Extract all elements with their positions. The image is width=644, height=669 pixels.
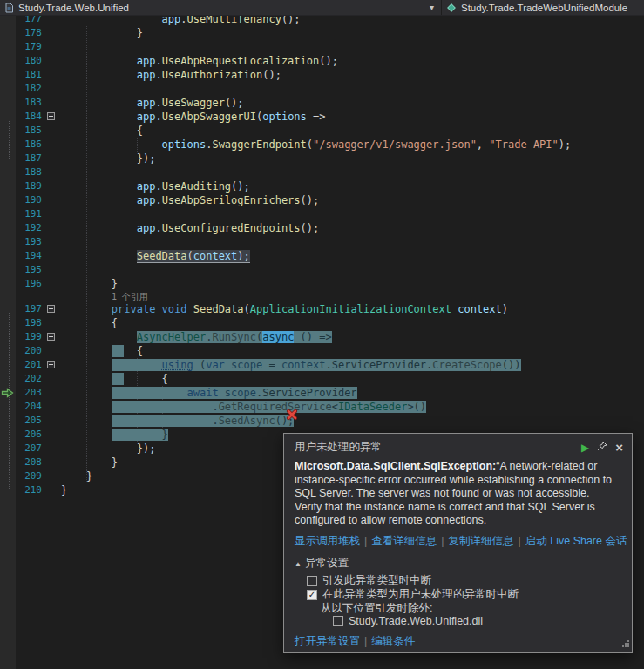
codelens-references[interactable]: 1 个引用 xyxy=(61,291,644,302)
code-line-192[interactable]: 192 app.UseConfiguredEndpoints(); xyxy=(0,221,644,235)
breakpoint-gutter-cell[interactable] xyxy=(0,400,16,414)
breakpoint-gutter-cell[interactable] xyxy=(0,344,16,358)
module-exclusion-checkbox[interactable] xyxy=(333,616,343,626)
breakpoint-gutter-cell[interactable] xyxy=(0,414,16,428)
breakpoint-gutter-cell[interactable] xyxy=(0,330,16,344)
breakpoint-gutter-cell[interactable] xyxy=(0,16,16,26)
fold-toggle-icon[interactable] xyxy=(47,361,55,368)
breakpoint-gutter-cell[interactable] xyxy=(0,428,16,442)
code-line-179[interactable]: 179 xyxy=(0,40,644,54)
close-icon[interactable]: × xyxy=(615,443,623,453)
code-line-195[interactable]: 195 xyxy=(0,263,644,277)
code-line-180[interactable]: 180 app.UseAbpRequestLocalization(); xyxy=(0,54,644,68)
breakpoint-gutter-cell[interactable] xyxy=(0,68,16,82)
code-line-198[interactable]: 198 { xyxy=(0,316,644,330)
edit-conditions-link[interactable]: 编辑条件 xyxy=(371,635,415,647)
breakpoint-gutter-cell[interactable] xyxy=(0,263,16,277)
code-line-183[interactable]: 183 app.UseSwagger(); xyxy=(0,96,644,110)
resize-grip[interactable] xyxy=(620,639,630,651)
code-line-200[interactable]: 200 { xyxy=(0,344,644,358)
module-exclusion-row[interactable]: Study.Trade.Web.Unified.dll xyxy=(333,615,623,628)
code-line-205[interactable]: 205 .SeedAsync(); xyxy=(0,414,644,428)
code-line-193[interactable]: 193 xyxy=(0,235,644,249)
breakpoint-gutter-cell[interactable] xyxy=(0,124,16,138)
breakpoint-gutter-cell[interactable] xyxy=(0,40,16,54)
code-line-204[interactable]: 204 .GetRequiredService<IDataSeeder>() xyxy=(0,400,644,414)
code-line-199[interactable]: 199 AsyncHelper.RunSync(async () => xyxy=(0,330,644,344)
code-line-185[interactable]: 185 { xyxy=(0,124,644,138)
breakpoint-gutter-cell[interactable] xyxy=(0,372,16,386)
copy-details-link[interactable]: 复制详细信息 xyxy=(449,535,514,547)
project-dropdown[interactable]: Study.Trade.Web.Unified ▾ xyxy=(0,0,441,15)
code-text: app.UseAbpSwaggerUI(options => xyxy=(61,110,644,124)
breakpoint-gutter-cell[interactable] xyxy=(0,249,16,263)
exception-marker-icon[interactable] xyxy=(286,409,298,424)
code-line-196[interactable]: 196 } xyxy=(0,277,644,291)
code-line-203[interactable]: 203 await scope.ServiceProvider xyxy=(0,386,644,400)
fold-margin-cell xyxy=(42,386,61,400)
breakpoint-gutter-cell[interactable] xyxy=(0,138,16,152)
break-user-unhandled-checkbox[interactable]: ✓ xyxy=(307,590,317,600)
code-text: { xyxy=(61,344,644,358)
fold-toggle-icon[interactable] xyxy=(47,333,55,341)
code-line-177[interactable]: 177 app.UseMultiTenancy(); xyxy=(0,16,644,26)
breakpoint-gutter-cell[interactable] xyxy=(0,179,16,193)
breakpoint-gutter-cell[interactable] xyxy=(0,470,16,483)
breakpoint-gutter-cell[interactable] xyxy=(0,110,16,124)
breakpoint-gutter-cell[interactable] xyxy=(0,207,16,221)
code-text: options.SwaggerEndpoint("/swagger/v1/swa… xyxy=(61,138,644,152)
breakpoint-gutter-cell[interactable] xyxy=(0,82,16,96)
pin-icon[interactable] xyxy=(597,441,607,454)
breakpoint-gutter-cell[interactable] xyxy=(0,96,16,110)
breakpoint-gutter-cell[interactable] xyxy=(0,166,16,179)
live-share-link[interactable]: 启动 Live Share 会话 xyxy=(525,535,627,547)
code-line-190[interactable]: 190 app.UseAbpSerilogEnrichers(); xyxy=(0,193,644,207)
breakpoint-gutter-cell[interactable] xyxy=(0,456,16,470)
breakpoint-gutter-cell[interactable] xyxy=(0,26,16,40)
code-line-197[interactable]: 197 private void SeedData(ApplicationIni… xyxy=(0,302,644,316)
breakpoint-gutter-cell[interactable] xyxy=(0,302,16,316)
code-token xyxy=(61,303,112,315)
code-line-186[interactable]: 186 options.SwaggerEndpoint("/swagger/v1… xyxy=(0,138,644,152)
line-number: 194 xyxy=(16,249,42,263)
breakpoint-gutter-cell[interactable] xyxy=(0,152,16,166)
code-line-182[interactable]: 182 xyxy=(0,82,644,96)
fold-toggle-icon[interactable] xyxy=(47,305,55,313)
breakpoint-gutter-cell[interactable] xyxy=(0,221,16,235)
line-number: 181 xyxy=(16,68,42,82)
breakpoint-gutter-cell[interactable] xyxy=(0,277,16,291)
show-call-stack-link[interactable]: 显示调用堆栈 xyxy=(295,535,360,547)
code-line-189[interactable]: 189 app.UseAuditing(); xyxy=(0,179,644,193)
type-dropdown[interactable]: Study.Trade.TradeWebUnifiedModule xyxy=(442,0,644,15)
breakpoint-gutter-cell[interactable] xyxy=(0,291,16,302)
code-token: . xyxy=(155,97,161,109)
breakpoint-gutter-cell[interactable] xyxy=(0,235,16,249)
code-line-187[interactable]: 187 }); xyxy=(0,152,644,166)
code-line-188[interactable]: 188 xyxy=(0,166,644,179)
view-details-link[interactable]: 查看详细信息 xyxy=(371,535,437,547)
open-exception-settings-link[interactable]: 打开异常设置 xyxy=(295,635,360,647)
code-line-184[interactable]: 184 app.UseAbpSwaggerUI(options => xyxy=(0,110,644,124)
breakpoint-gutter-cell[interactable] xyxy=(0,386,16,400)
breakpoint-gutter-cell[interactable] xyxy=(0,442,16,456)
breakpoint-gutter-cell[interactable] xyxy=(0,54,16,68)
code-line-202[interactable]: 202 { xyxy=(0,372,644,386)
code-token: ApplicationInitializationContext xyxy=(250,303,451,315)
exception-settings-expander[interactable]: ▲异常设置 xyxy=(295,556,623,571)
code-line-201[interactable]: 201 using (var scope = context.ServicePr… xyxy=(0,358,644,372)
code-line-194[interactable]: 194 SeedData(context); xyxy=(0,249,644,263)
continue-execution-icon[interactable]: ▶ xyxy=(581,442,589,454)
code-line-181[interactable]: 181 app.UseAuthorization(); xyxy=(0,68,644,82)
breakpoint-gutter-cell[interactable] xyxy=(0,483,16,497)
break-when-thrown-checkbox[interactable] xyxy=(307,576,317,586)
fold-toggle-icon[interactable] xyxy=(47,112,55,120)
breakpoint-gutter-cell[interactable] xyxy=(0,193,16,207)
code-line-178[interactable]: 178 } xyxy=(0,26,644,40)
breakpoint-gutter-cell[interactable] xyxy=(0,316,16,330)
code-line-191[interactable]: 191 xyxy=(0,207,644,221)
break-when-thrown-row[interactable]: 引发此异常类型时中断 xyxy=(307,574,623,588)
break-user-unhandled-row[interactable]: ✓ 在此异常类型为用户未处理的异常时中断 xyxy=(307,588,623,602)
breakpoint-gutter-cell[interactable] xyxy=(0,358,16,372)
exception-type: Microsoft.Data.SqlClient.SqlException: xyxy=(295,460,496,472)
code-token xyxy=(187,303,193,315)
